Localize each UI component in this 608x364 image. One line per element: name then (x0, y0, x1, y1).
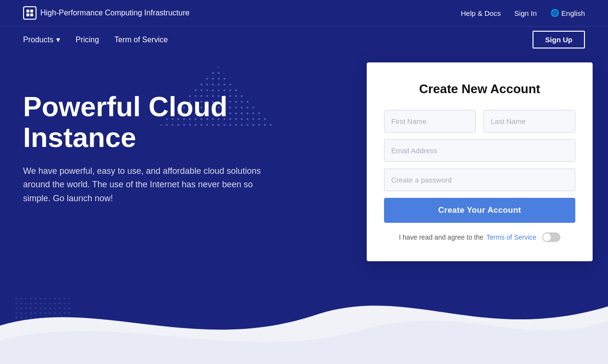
products-label: Products (23, 36, 53, 44)
tos-link[interactable]: Terms of Service (486, 233, 536, 241)
nav-products[interactable]: Products ▾ (23, 35, 60, 44)
password-input[interactable] (384, 169, 575, 191)
tos-row: I have read and agree to the Terms of Se… (384, 232, 575, 242)
nav-left: Products ▾ Pricing Term of Service (23, 35, 168, 44)
language-icon: 🌐 (550, 9, 559, 17)
signup-card: Create New Account Create Your Account I… (367, 62, 593, 261)
tos-text: I have read and agree to the (399, 233, 484, 241)
brand-title: High-Performance Computing Infrastructur… (40, 9, 189, 17)
toggle-slider (542, 232, 560, 242)
header-right: Help & Docs Sign In 🌐 English (461, 9, 585, 17)
svg-rect-1 (30, 10, 33, 12)
pricing-label: Pricing (75, 36, 99, 44)
signup-button[interactable]: Sign Up (533, 31, 585, 49)
card-title: Create New Account (384, 82, 575, 97)
name-row (384, 110, 575, 133)
svg-rect-0 (26, 10, 29, 12)
create-account-button[interactable]: Create Your Account (384, 198, 575, 223)
wave-background (0, 268, 608, 364)
email-input[interactable] (384, 139, 575, 162)
hero-section: Powerful Cloud Instance We have powerful… (23, 91, 292, 206)
chevron-down-icon: ▾ (56, 35, 60, 44)
password-row (384, 169, 575, 191)
svg-rect-3 (30, 13, 33, 16)
navigation: Products ▾ Pricing Term of Service Sign … (0, 26, 608, 53)
first-name-input[interactable] (384, 110, 476, 133)
language-selector[interactable]: 🌐 English (550, 9, 585, 17)
header: High-Performance Computing Infrastructur… (0, 0, 608, 26)
help-docs-link[interactable]: Help & Docs (461, 9, 501, 17)
nav-pricing[interactable]: Pricing (75, 36, 99, 44)
brand: High-Performance Computing Infrastructur… (23, 6, 189, 20)
svg-rect-2 (26, 13, 29, 16)
hero-title: Powerful Cloud Instance (23, 91, 292, 153)
nav-tos[interactable]: Term of Service (114, 36, 168, 44)
language-label: English (561, 9, 585, 17)
last-name-input[interactable] (484, 110, 575, 133)
sign-in-link[interactable]: Sign In (514, 9, 537, 17)
main-content: Powerful Cloud Instance We have powerful… (0, 53, 608, 364)
tos-label: Term of Service (114, 36, 168, 44)
tos-toggle[interactable] (542, 232, 560, 242)
brand-icon (23, 6, 37, 20)
hero-description: We have powerful, easy to use, and affor… (23, 164, 263, 206)
email-row (384, 139, 575, 162)
